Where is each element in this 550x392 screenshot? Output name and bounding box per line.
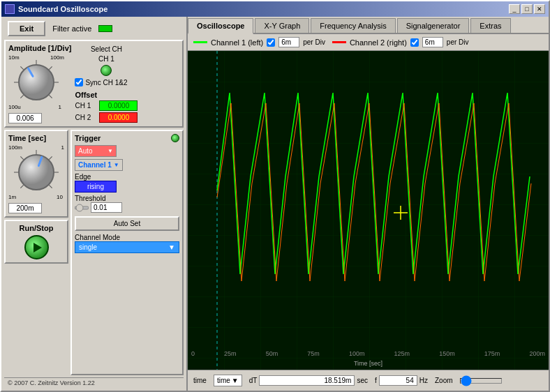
ch2-offset-input[interactable] xyxy=(99,112,138,123)
time-label-75m: 75m xyxy=(307,350,320,357)
svg-line-3 xyxy=(20,66,23,69)
trigger-channel-dropdown[interactable]: Channel 1 ▼ xyxy=(75,159,123,171)
zoom-label: Zoom xyxy=(435,377,453,384)
tab-extras[interactable]: Extras xyxy=(470,18,510,33)
trigger-mode-arrow: ▼ xyxy=(107,148,113,154)
channel-mode-area: Channel Mode single ▼ xyxy=(75,234,179,253)
tab-frequency-analysis[interactable]: Frequency Analysis xyxy=(311,18,395,33)
trigger-threshold-row: Threshold xyxy=(75,195,179,213)
trigger-channel-label: Channel 1 xyxy=(78,161,112,169)
ch1-offset-label: CH 1 xyxy=(75,102,96,110)
time-axis-labels: 0 25m 50m 75m 100m 125m 150m 175m 200m xyxy=(188,350,549,357)
svg-line-7 xyxy=(49,95,52,98)
cursor-label: time xyxy=(193,377,207,384)
time-label-150m: 150m xyxy=(439,350,455,357)
right-panel: Oscilloscope X-Y Graph Frequency Analysi… xyxy=(186,17,549,391)
oscilloscope-display[interactable]: 0 25m 50m 75m 100m 125m 150m 175m 200m T… xyxy=(188,51,549,370)
cursor-dropdown-arrow: ▼ xyxy=(232,377,239,384)
trigger-mode-dropdown[interactable]: Auto ▼ xyxy=(75,145,117,157)
time-label-50m: 50m xyxy=(266,350,278,357)
ch1-info: Channel 1 (left) per Div xyxy=(193,37,325,47)
auto-set-button[interactable]: Auto Set xyxy=(75,216,179,231)
svg-line-12 xyxy=(20,156,23,159)
svg-line-16 xyxy=(49,185,52,188)
amplitude-knob-area: Amplitude [1/Div] 10m 100m xyxy=(8,44,71,123)
ch1-checkbox[interactable] xyxy=(267,38,275,47)
bottom-left-area: Time [sec] 100m 1 xyxy=(4,130,184,375)
ch2-offset-label: CH 2 xyxy=(75,114,96,121)
ch1-per-div-input[interactable] xyxy=(278,37,299,47)
offset-title: Offset xyxy=(75,91,138,99)
time-title: Time [sec] xyxy=(8,134,64,142)
tab-xy-graph[interactable]: X-Y Graph xyxy=(255,18,309,33)
amplitude-value-input[interactable] xyxy=(8,113,42,123)
cursor-type-dropdown[interactable]: time ▼ xyxy=(214,375,242,386)
time-value-input[interactable] xyxy=(8,203,42,213)
edge-value: rising xyxy=(87,183,104,190)
sync-checkbox-container[interactable]: Sync CH 1&2 xyxy=(75,78,138,86)
maximize-button[interactable]: □ xyxy=(521,4,533,14)
f-value-input[interactable] xyxy=(379,375,417,386)
svg-line-5 xyxy=(49,66,52,69)
play-button-container xyxy=(8,235,64,259)
f-unit: Hz xyxy=(419,377,428,384)
ch1-offset-input[interactable] xyxy=(99,100,138,111)
time-section: Time [sec] 100m 1 xyxy=(4,130,68,218)
amp-label-1: 1 xyxy=(59,104,61,110)
time-value-box xyxy=(8,202,64,213)
close-button[interactable]: ✕ xyxy=(534,4,545,14)
tab-signal-generator[interactable]: Signalgenerator xyxy=(397,18,470,33)
oscilloscope-svg xyxy=(188,51,549,370)
trigger-mode-row: Auto ▼ xyxy=(75,145,179,157)
runstop-section: Run/Stop xyxy=(4,220,68,264)
filter-label: Filter active xyxy=(52,24,91,33)
ch2-per-div-label: per Div xyxy=(447,38,469,46)
tabs-bar: Oscilloscope X-Y Graph Frequency Analysi… xyxy=(188,17,549,34)
time-knob-container: 100m 1 xyxy=(8,144,64,200)
ch2-label: Channel 2 (right) xyxy=(350,38,407,47)
window-title: Soundcard Oszilloscope xyxy=(18,5,107,13)
zoom-slider[interactable] xyxy=(460,378,502,384)
run-stop-button[interactable] xyxy=(24,235,49,259)
ch-led-container xyxy=(75,65,138,76)
channel-mode-arrow: ▼ xyxy=(168,243,175,251)
amplitude-knob-svg[interactable] xyxy=(8,54,64,110)
trigger-edge-row: Edge rising xyxy=(75,173,179,193)
titlebar-controls: _ □ ✕ xyxy=(509,4,545,14)
svg-point-19 xyxy=(76,204,83,211)
time-label-0: 0 xyxy=(191,350,195,357)
amplitude-knob-container: 10m 100m xyxy=(8,54,64,110)
threshold-slider-icon xyxy=(75,203,89,213)
time-label-10: 10 xyxy=(57,194,63,200)
exit-button[interactable]: Exit xyxy=(8,21,45,36)
svg-line-14 xyxy=(49,156,52,159)
time-label-125m: 125m xyxy=(394,350,410,357)
dt-field: dT sec xyxy=(249,375,368,386)
channel-bar: Channel 1 (left) per Div Channel 2 (righ… xyxy=(188,34,549,51)
app-icon xyxy=(5,4,15,14)
channel-mode-value: single xyxy=(79,243,97,251)
svg-point-9 xyxy=(19,155,54,190)
trigger-header: Trigger xyxy=(75,134,179,142)
ch2-offset-row: CH 2 xyxy=(75,112,138,123)
titlebar: Soundcard Oszilloscope _ □ ✕ xyxy=(1,1,549,17)
dt-value-input[interactable] xyxy=(259,375,355,386)
time-axis-title: Time [sec] xyxy=(188,359,549,367)
trigger-edge-dropdown[interactable]: rising xyxy=(75,181,117,193)
minimize-button[interactable]: _ xyxy=(509,4,520,14)
ch2-per-div-input[interactable] xyxy=(422,37,443,47)
sync-checkbox[interactable] xyxy=(75,78,83,86)
f-field: f Hz xyxy=(375,375,428,386)
threshold-title: Threshold xyxy=(75,195,179,202)
channel-mode-dropdown[interactable]: single ▼ xyxy=(75,241,179,253)
runstop-title: Run/Stop xyxy=(8,224,64,232)
titlebar-left: Soundcard Oszilloscope xyxy=(5,4,107,14)
tab-oscilloscope[interactable]: Oscilloscope xyxy=(188,18,253,34)
threshold-input[interactable] xyxy=(91,202,122,213)
ch2-checkbox[interactable] xyxy=(410,38,419,47)
time-label-200m: 200m xyxy=(529,350,545,357)
select-ch-label: Select CH xyxy=(75,45,138,53)
time-knob-svg[interactable] xyxy=(8,144,64,200)
ch1-color-line xyxy=(193,41,207,43)
svg-line-1 xyxy=(20,95,23,98)
